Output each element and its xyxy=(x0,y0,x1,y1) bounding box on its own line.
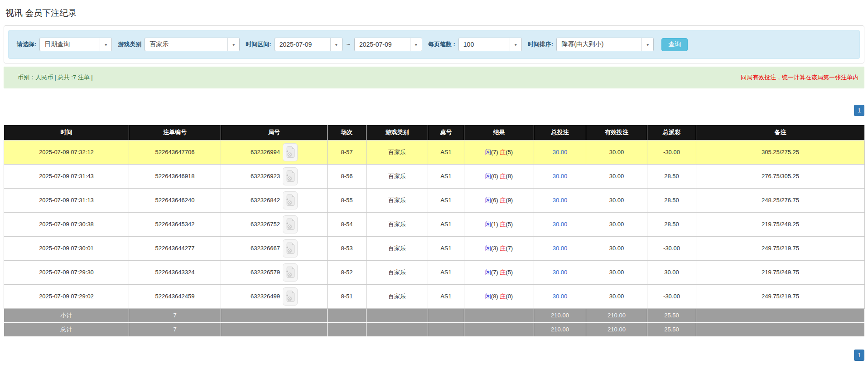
cell-payout: 30.00 xyxy=(647,260,696,284)
column-header: 时间 xyxy=(4,125,129,140)
cell-remark: 248.25/276.75 xyxy=(696,188,865,212)
cell-result: 闲(1) 庄(5) xyxy=(464,212,534,236)
cell-total-bet[interactable]: 30.00 xyxy=(534,188,586,212)
round-id-text: 632326499 xyxy=(251,293,280,300)
video-replay-button[interactable] xyxy=(283,191,298,209)
cell-payout: 28.50 xyxy=(647,164,696,188)
cell-empty xyxy=(221,322,328,336)
cell-valid-bet: 30.00 xyxy=(586,188,647,212)
cell-payout: 28.50 xyxy=(647,212,696,236)
total-label: 总计 xyxy=(4,322,129,336)
result-player-points: (6) xyxy=(491,197,498,204)
cell-total-bet[interactable]: 30.00 xyxy=(534,284,586,308)
total-payout: 25.50 xyxy=(647,322,696,336)
chevron-down-icon[interactable]: ▾ xyxy=(641,38,653,51)
cell-remark: 305.25/275.25 xyxy=(696,140,865,164)
cell-time: 2025-07-09 07:31:13 xyxy=(4,188,129,212)
video-replay-button[interactable] xyxy=(283,287,298,306)
cell-table-no: AS1 xyxy=(428,188,464,212)
cell-total-bet[interactable]: 30.00 xyxy=(534,164,586,188)
result-banker-points: (8) xyxy=(506,173,513,180)
result-banker: 庄 xyxy=(500,269,506,276)
cell-empty xyxy=(221,308,328,322)
cell-session: 8-56 xyxy=(328,164,366,188)
table-row[interactable]: 2025-07-09 07:30:38 522643645342 6323267… xyxy=(4,212,865,236)
round-id-text: 632326752 xyxy=(251,221,280,228)
result-player-points: (8) xyxy=(491,293,498,300)
pagination-page-1[interactable]: 1 xyxy=(854,105,864,116)
table-row[interactable]: 2025-07-09 07:29:02 522643642459 6323264… xyxy=(4,284,865,308)
chevron-down-icon[interactable]: ▾ xyxy=(410,38,422,51)
video-replay-button[interactable] xyxy=(283,143,298,161)
table-row[interactable]: 2025-07-09 07:30:01 522643644277 6323266… xyxy=(4,236,865,260)
cell-payout: -30.00 xyxy=(647,140,696,164)
table-row[interactable]: 2025-07-09 07:32:12 522643647706 6323269… xyxy=(4,140,865,164)
cell-session: 8-57 xyxy=(328,140,366,164)
cell-round-id: 632326499 xyxy=(221,284,328,308)
time-sort-select[interactable]: 降幂(由大到小) ▾ xyxy=(556,38,654,51)
cell-result: 闲(7) 庄(5) xyxy=(464,260,534,284)
cell-table-no: AS1 xyxy=(428,212,464,236)
query-type-select[interactable]: 日期查询 ▾ xyxy=(39,38,112,51)
cell-table-no: AS1 xyxy=(428,260,464,284)
table-row[interactable]: 2025-07-09 07:31:43 522643646918 6323269… xyxy=(4,164,865,188)
chevron-down-icon[interactable]: ▾ xyxy=(100,38,111,51)
cell-empty xyxy=(366,308,428,322)
cell-total-bet[interactable]: 30.00 xyxy=(534,140,586,164)
time-range-label: 时间区间: xyxy=(246,40,271,49)
cell-game-type: 百家乐 xyxy=(366,236,428,260)
cell-empty xyxy=(328,322,366,336)
game-type-select[interactable]: 百家乐 ▾ xyxy=(145,38,240,51)
table-row[interactable]: 2025-07-09 07:31:13 522643646240 6323268… xyxy=(4,188,865,212)
result-banker: 庄 xyxy=(500,245,506,252)
date-range-separator: ~ xyxy=(346,41,351,48)
chevron-down-icon[interactable]: ▾ xyxy=(227,38,239,51)
cell-valid-bet: 30.00 xyxy=(586,164,647,188)
cell-empty xyxy=(366,322,428,336)
date-from-select[interactable]: 2025-07-09 ▾ xyxy=(275,38,342,51)
video-replay-button[interactable] xyxy=(283,215,298,233)
chevron-down-icon[interactable]: ▾ xyxy=(510,38,521,51)
result-player-points: (3) xyxy=(491,245,498,252)
result-banker-points: (7) xyxy=(506,245,513,252)
cell-table-no: AS1 xyxy=(428,164,464,188)
subtotal-valid-bet: 210.00 xyxy=(586,308,647,322)
game-type-label: 游戏类别 xyxy=(118,40,141,49)
pagination-bottom: 1 xyxy=(4,350,864,361)
cell-total-bet[interactable]: 30.00 xyxy=(534,236,586,260)
result-player: 闲 xyxy=(485,197,491,204)
video-file-icon xyxy=(285,266,295,278)
cell-session: 8-51 xyxy=(328,284,366,308)
cell-payout: 28.50 xyxy=(647,188,696,212)
cell-table-no: AS1 xyxy=(428,236,464,260)
video-replay-button[interactable] xyxy=(283,239,298,258)
select-type-label: 请选择: xyxy=(17,40,36,49)
subtotal-count: 7 xyxy=(129,308,221,322)
cell-game-type: 百家乐 xyxy=(366,164,428,188)
page-size-select[interactable]: 100 ▾ xyxy=(458,38,522,51)
cell-result: 闲(6) 庄(9) xyxy=(464,188,534,212)
result-banker: 庄 xyxy=(500,221,506,228)
chevron-down-icon[interactable]: ▾ xyxy=(330,38,342,51)
summary-bar: 币别：人民币 | 总共 :7 注单 | 同局有效投注，统一计算在该局第一张注单内 xyxy=(4,67,864,88)
column-header: 场次 xyxy=(328,125,366,140)
result-player-points: (7) xyxy=(491,149,498,155)
video-file-icon xyxy=(285,290,295,302)
cell-total-bet[interactable]: 30.00 xyxy=(534,260,586,284)
search-button[interactable]: 查询 xyxy=(661,38,688,51)
cell-time: 2025-07-09 07:30:01 xyxy=(4,236,129,260)
date-to-select[interactable]: 2025-07-09 ▾ xyxy=(354,38,422,51)
video-replay-button[interactable] xyxy=(283,263,298,282)
total-total-bet: 210.00 xyxy=(534,322,586,336)
cell-session: 8-53 xyxy=(328,236,366,260)
column-header: 有效投注 xyxy=(586,125,647,140)
time-sort-label: 时间排序: xyxy=(528,40,553,49)
table-row[interactable]: 2025-07-09 07:29:30 522643643324 6323265… xyxy=(4,260,865,284)
pagination-top: 1 xyxy=(4,105,864,116)
cell-valid-bet: 30.00 xyxy=(586,140,647,164)
cell-bet-id: 522643645342 xyxy=(129,212,221,236)
pagination-page-1[interactable]: 1 xyxy=(854,350,864,361)
video-replay-button[interactable] xyxy=(283,167,298,185)
cell-total-bet[interactable]: 30.00 xyxy=(534,212,586,236)
cell-game-type: 百家乐 xyxy=(366,140,428,164)
